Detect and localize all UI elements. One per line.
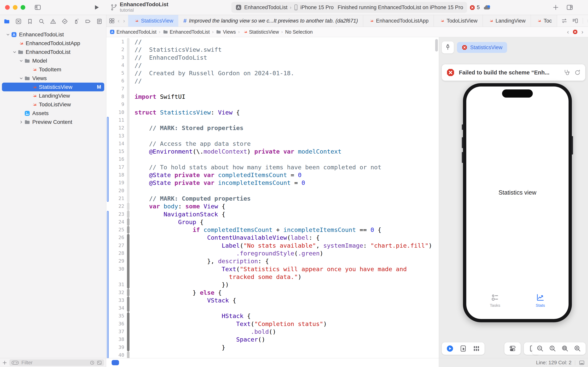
tree-item-landingview[interactable]: LandingView — [2, 91, 104, 100]
tree-item-preview-content[interactable]: Preview Content — [2, 118, 104, 126]
preview-tab-stats[interactable]: Stats — [536, 293, 545, 308]
debug-navigator-icon[interactable] — [73, 18, 80, 25]
preview-target-chip[interactable]: StatisticsView — [457, 42, 507, 53]
zoom-window-button[interactable] — [21, 5, 25, 10]
live-preview-icon[interactable] — [446, 345, 454, 352]
editor-tab-bar: ‹ › StatisticsView#Improved the landing … — [106, 15, 588, 27]
disclosure-open-icon[interactable] — [18, 75, 24, 81]
editor-scrollbar[interactable] — [435, 39, 438, 51]
tree-item-views[interactable]: Views — [2, 74, 104, 83]
recent-files-icon[interactable] — [90, 360, 95, 366]
source-control-navigator-icon[interactable] — [15, 18, 22, 25]
zoom-100-icon[interactable] — [549, 345, 556, 352]
tree-item-todolistview[interactable]: TodoListView — [2, 100, 104, 109]
toggle-left-sidebar-icon[interactable] — [34, 4, 41, 11]
close-window-button[interactable] — [5, 5, 10, 10]
tab-toc[interactable]: Toc — [531, 15, 557, 27]
diagnostics-icon[interactable] — [563, 69, 570, 76]
breadcrumb-label: Views — [223, 29, 236, 35]
editor-options-icon[interactable] — [572, 17, 579, 24]
breadcrumb-item-enhancedtodolist[interactable]: EnhancedTodoList — [163, 29, 210, 35]
folder-icon — [24, 75, 30, 82]
disclosure-spacer — [25, 93, 31, 99]
code-line-9 — [106, 100, 439, 108]
zoom-in-icon[interactable] — [574, 345, 581, 352]
variants-icon[interactable] — [472, 345, 480, 352]
tree-item-statisticsview[interactable]: StatisticsViewM — [2, 83, 104, 91]
add-button[interactable] — [552, 4, 559, 11]
overrides-toggles-icon[interactable] — [509, 345, 516, 352]
scm-filter-icon[interactable] — [97, 360, 102, 366]
tab-label: StatisticsView — [141, 18, 173, 24]
code-line-4: // — [106, 61, 439, 69]
scheme-app-name[interactable]: EnhancedTodoList — [244, 4, 287, 10]
focus-indicator[interactable] — [112, 360, 119, 365]
tree-item-enhancedtodolist[interactable]: EnhancedTodoList — [2, 48, 104, 56]
issue-icon[interactable] — [572, 29, 578, 35]
iphone-preview: Statistics view TasksStats — [463, 83, 572, 322]
toggle-right-sidebar-icon[interactable] — [566, 4, 573, 11]
error-count-badge[interactable]: 5 — [469, 4, 480, 10]
code-line-38: Spacer() — [106, 335, 439, 343]
add-editor-icon[interactable] — [587, 17, 588, 24]
disclosure-open-icon[interactable] — [18, 58, 24, 64]
preview-tab-tasks[interactable]: Tasks — [490, 293, 500, 308]
selectable-preview-icon[interactable] — [459, 345, 467, 352]
tree-item-label: TodoListView — [39, 101, 71, 108]
tab-overview-icon[interactable] — [109, 18, 115, 24]
disclosure-closed-icon[interactable] — [18, 119, 24, 125]
tab-statisticsview[interactable]: StatisticsView — [128, 15, 178, 27]
run-button[interactable] — [93, 4, 100, 11]
breadcrumb-item-statisticsview[interactable]: StatisticsView — [242, 29, 279, 35]
zoom-out-icon[interactable] — [536, 345, 544, 352]
disclosure-open-icon[interactable] — [12, 49, 17, 55]
filter-options-icon[interactable] — [11, 360, 19, 366]
source-editor[interactable]: 1234567891011121314151617181920212223242… — [106, 37, 439, 358]
tree-item-model[interactable]: Model — [2, 56, 104, 65]
breadcrumb-item-enhancedtodolist[interactable]: EnhancedTodoList — [109, 29, 157, 35]
find-navigator-icon[interactable] — [38, 18, 45, 25]
tree-item-todoitem[interactable]: TodoItem — [2, 65, 104, 74]
filter-field[interactable] — [9, 359, 104, 366]
issues-navigator-icon[interactable] — [50, 18, 56, 25]
reports-navigator-icon[interactable] — [96, 18, 103, 25]
tab-todolistview[interactable]: TodoListView — [434, 15, 483, 27]
add-file-icon[interactable] — [2, 360, 7, 366]
go-forward-icon[interactable]: › — [122, 17, 126, 24]
breadcrumb-item-views[interactable]: Views — [216, 29, 236, 35]
preview-mode-controls — [442, 342, 485, 355]
tab-label: Improved the landing view so we c...It p… — [189, 18, 358, 24]
tab-improved-the-landing-view-so-we-c-it-pre[interactable]: #Improved the landing view so we c...It … — [178, 15, 363, 27]
next-issue-icon[interactable]: › — [581, 29, 583, 35]
build-error-banner[interactable]: Failed to build the scheme “Enh... — [442, 64, 585, 81]
breadcrumb: EnhancedTodoList›EnhancedTodoList›Views›… — [109, 29, 313, 35]
tab-landingview[interactable]: LandingView — [483, 15, 531, 27]
disclosure-open-icon[interactable] — [5, 32, 11, 38]
swap-editors-icon[interactable] — [561, 17, 568, 24]
filter-input[interactable] — [21, 359, 88, 366]
breakpoints-navigator-icon[interactable] — [84, 18, 91, 25]
tree-item-enhancedtodolistapp[interactable]: EnhancedTodoListApp — [2, 39, 104, 48]
breadcrumb-item-no-selection[interactable]: No Selection — [285, 29, 313, 35]
scheme-selector[interactable]: EnhancedTodoList › iPhone 15 Pro Finishe… — [231, 2, 467, 13]
go-back-icon[interactable]: ‹ — [117, 17, 120, 24]
preview-screen[interactable]: Statistics view TasksStats — [466, 86, 569, 319]
tests-navigator-icon[interactable] — [61, 18, 68, 25]
tab-label: TodoListView — [447, 18, 478, 24]
project-branch: tutorial — [120, 8, 168, 13]
cloud-sync-icon[interactable] — [483, 3, 491, 11]
project-navigator-icon[interactable] — [3, 18, 10, 25]
zoom-fit-icon[interactable] — [561, 345, 569, 352]
code-line-39: } — [106, 343, 439, 351]
bottom-bar: Line: 129 Col: 2 — [0, 358, 588, 367]
tab-enhancedtodolistapp[interactable]: EnhancedTodoListApp — [363, 15, 434, 27]
previous-issue-icon[interactable]: ‹ — [567, 29, 569, 35]
tree-item-assets[interactable]: Assets — [2, 109, 104, 118]
pin-preview-button[interactable] — [442, 42, 454, 53]
bookmarks-navigator-icon[interactable] — [27, 18, 33, 25]
minimize-window-button[interactable] — [13, 5, 17, 10]
tree-item-enhancedtodolist[interactable]: EnhancedTodoList — [2, 30, 104, 39]
retry-build-icon[interactable] — [574, 69, 581, 76]
scheme-device[interactable]: iPhone 15 Pro — [300, 4, 334, 10]
toggle-bottom-panel-icon[interactable] — [579, 360, 585, 366]
